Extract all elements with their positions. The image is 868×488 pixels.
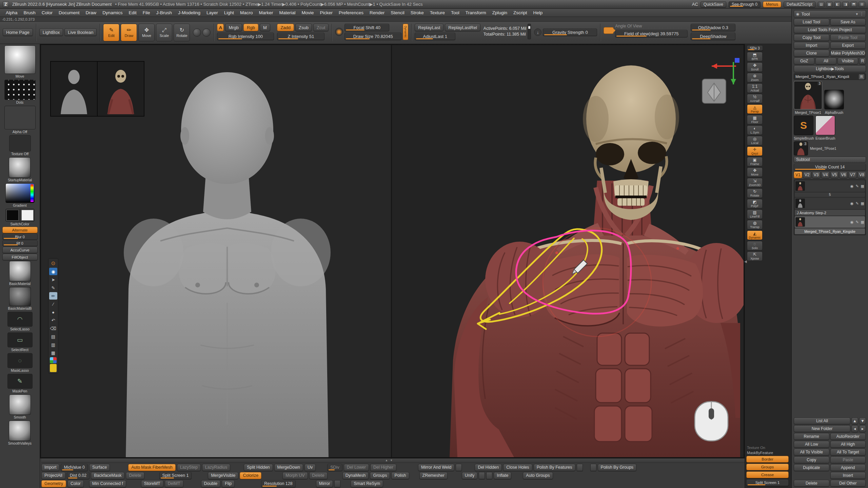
uv-icon[interactable]: ▦	[861, 201, 864, 206]
grid-icon[interactable]: ▦	[826, 2, 833, 7]
bottom-button[interactable]: Mirror	[316, 480, 333, 487]
document-icon[interactable]: ▤	[49, 333, 57, 340]
current-tool-thumbnail[interactable]: 3	[794, 81, 822, 109]
bottom-button[interactable]: Auto Groups	[523, 472, 553, 479]
tool-button[interactable]: Export	[830, 42, 866, 49]
stroke-preview-icon[interactable]	[202, 28, 211, 37]
knife-icon[interactable]: ∕	[49, 300, 57, 308]
bottom-button[interactable]	[486, 472, 492, 479]
rgb-intensity-slider[interactable]: Rgb Intensity 100	[217, 33, 274, 40]
paint-icon[interactable]: ✎	[855, 220, 859, 224]
menu-item[interactable]: Zplugin	[489, 9, 510, 17]
menu-item[interactable]: Movie	[299, 9, 317, 17]
bottom-button[interactable]: ProjectAll	[41, 472, 65, 479]
home-page-button[interactable]: Home Page	[3, 28, 33, 36]
bottom-button[interactable]: BackfaceMask	[91, 472, 124, 479]
paint-icon[interactable]: ✎	[855, 201, 859, 206]
tray-thumbnail[interactable]: ◠	[7, 312, 33, 327]
history-thumbnail-gray[interactable]	[51, 61, 97, 116]
simplebrush-thumbnail[interactable]: S	[794, 116, 813, 135]
tray-thumbnail[interactable]	[4, 80, 36, 100]
see-through-slider[interactable]: See-through 0	[729, 1, 761, 7]
bottom-button[interactable]	[479, 472, 485, 479]
subtool-down-button[interactable]: ▼	[859, 418, 866, 424]
shelf-button[interactable]: 1:1Actual	[747, 83, 763, 93]
shelf-button[interactable]: ◌Solo	[747, 241, 763, 250]
shelf-button[interactable]: ✥Scroll	[747, 62, 763, 72]
paint-icon[interactable]: ✎	[855, 184, 859, 188]
zsub-button[interactable]: Zsub	[295, 24, 312, 31]
menu-item[interactable]: Brush	[21, 9, 39, 17]
shelf-button[interactable]: ✥Move	[747, 167, 763, 177]
menu-item[interactable]: Preferences	[336, 9, 367, 17]
shelf-button[interactable]: ◎Local	[747, 136, 763, 145]
subtool-action-button[interactable]: Rename	[794, 433, 829, 440]
divider-handle[interactable]: ▲ ▼	[385, 459, 393, 462]
bottom-button[interactable]: MidValue 0	[61, 464, 88, 471]
pen-icon[interactable]: ✎	[49, 284, 57, 291]
bottom-button[interactable]: Double	[201, 480, 221, 487]
tray-thumbnail[interactable]: ◌	[7, 353, 33, 368]
bottom-button[interactable]: LazyStep	[177, 464, 201, 471]
tray-thumbnail[interactable]	[4, 45, 36, 74]
subtool-row-selected[interactable]: ◉ ✎ ▦	[795, 216, 865, 228]
brush-preview-icon[interactable]	[193, 28, 201, 37]
subtool-action-button[interactable]: Copy	[794, 456, 829, 463]
subtool-action-button[interactable]: Insert	[830, 472, 866, 479]
subtool-action-button[interactable]: All To Visible	[794, 449, 829, 455]
bottom-button[interactable]: Polish By Features	[534, 464, 575, 471]
subtool-tab[interactable]: V8	[857, 171, 866, 178]
cursor-icon[interactable]: ➤	[49, 276, 57, 283]
goz-r-button[interactable]: R	[859, 58, 866, 64]
bottom-button[interactable]: MergeDown	[274, 464, 303, 471]
visible-count-slider[interactable]: Visible Count 14	[794, 164, 866, 170]
subtool-row[interactable]: ◉ ✎ ▦	[795, 198, 865, 209]
menu-item[interactable]: J-Brush	[153, 9, 175, 17]
menus-toggle[interactable]: Menus	[763, 1, 781, 7]
tool-r-badge[interactable]: R	[859, 74, 864, 79]
collapse-icon[interactable]: ▾	[856, 12, 858, 16]
mini-panel-button[interactable]: Groups	[746, 464, 789, 470]
z-intensity-slider[interactable]: Z Intensity 51	[277, 33, 324, 40]
rf-slider[interactable]: Rf 0	[2, 240, 38, 246]
bottom-button[interactable]: SDiv	[327, 464, 342, 471]
menu-item[interactable]: Marker	[256, 9, 276, 17]
tray-thumbnail[interactable]	[5, 183, 35, 203]
tool-palette-header[interactable]: ◉ Tool ▾ ⋮	[794, 10, 866, 18]
tool-button[interactable]: Paste Tool	[830, 34, 866, 41]
list-all-button[interactable]: List All	[794, 418, 850, 424]
menu-item[interactable]: Light	[221, 9, 237, 17]
lightbox-button[interactable]: LightBox	[39, 28, 63, 36]
field-of-view-slider[interactable]: Field of view(deg) 39.59775	[615, 30, 688, 37]
menu-item[interactable]: Document	[56, 9, 83, 17]
tray-thumbnail[interactable]	[5, 209, 35, 222]
visibility-icon[interactable]: ◉	[49, 268, 57, 275]
draw-size-slider[interactable]: Draw Size 70.82045	[344, 33, 401, 40]
menu-item[interactable]: File	[140, 9, 153, 17]
tray-thumbnail[interactable]	[9, 421, 31, 441]
gravity-strength-slider[interactable]: Gravity Strength 0	[543, 28, 597, 36]
gnomon-icon[interactable]	[335, 28, 343, 36]
bottom-button[interactable]: Polish	[391, 472, 409, 479]
dock-top-icon[interactable]: ⬒	[850, 2, 857, 7]
bottom-button[interactable]: Auto Mask FiberMesh	[128, 464, 176, 471]
bottom-button[interactable]	[577, 464, 583, 471]
menu-item[interactable]: Edit	[125, 9, 139, 17]
alphabrush-thumbnail[interactable]	[824, 90, 844, 109]
bottom-button[interactable]: LazyRadius	[202, 464, 230, 471]
bottom-button[interactable]: Import	[41, 464, 59, 471]
subtool-action-button[interactable]: Del Other	[830, 480, 866, 487]
mode-button[interactable]: ↻Rotate	[174, 24, 190, 41]
subtool-tab[interactable]: V4	[821, 171, 830, 178]
window-icon[interactable]: ⊞	[859, 2, 865, 7]
zadd-button[interactable]: Zadd	[277, 24, 294, 31]
bottom-button[interactable]: DelMT	[165, 480, 183, 487]
mini-panel-button[interactable]: Split Screen 1	[746, 479, 789, 486]
split-right-icon[interactable]: ◨	[842, 2, 849, 7]
visibility-icon[interactable]: ◉	[850, 220, 854, 224]
accucurve-button[interactable]: AccuCurve	[2, 247, 38, 253]
shelf-button[interactable]: ◐L.Sym	[747, 125, 763, 135]
tray-thumbnail[interactable]	[4, 106, 36, 129]
m-button[interactable]: M	[260, 24, 270, 31]
camera-head-gizmo[interactable]	[702, 79, 726, 103]
